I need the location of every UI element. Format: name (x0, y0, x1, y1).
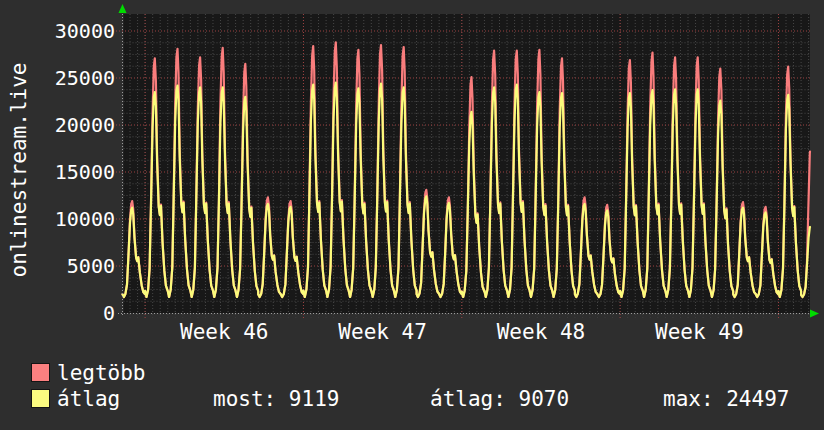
y-axis-arrow-icon (119, 4, 127, 13)
chart-vertical-title: onlinestream.live (7, 63, 31, 278)
legend-series-label: legtöbb (57, 362, 146, 384)
stat-max: max: 24497 (663, 388, 789, 410)
stat-atlag: átlag: 9070 (430, 388, 569, 410)
y-axis-tick-label: 5000 (35, 254, 115, 278)
y-axis-tick-label: 0 (35, 301, 115, 325)
rrd-graph: onlinestream.live 3000025000200001500010… (0, 0, 824, 430)
x-axis-week-label: Week 49 (629, 320, 769, 344)
legend-swatch-legtobb (31, 363, 50, 382)
x-axis-week-label: Week 47 (313, 320, 453, 344)
legend-series-label: átlag (57, 388, 120, 410)
y-axis-tick-label: 30000 (35, 19, 115, 43)
y-axis-tick-label: 25000 (35, 66, 115, 90)
legend-swatch-atlag (31, 389, 50, 408)
stat-most: most: 9119 (213, 388, 339, 410)
x-axis-arrow-icon (810, 310, 819, 318)
x-axis-week-label: Week 46 (154, 320, 294, 344)
y-axis-tick-label: 20000 (35, 113, 115, 137)
y-axis-tick-label: 10000 (35, 207, 115, 231)
x-axis-week-label: Week 48 (471, 320, 611, 344)
y-axis-tick-label: 15000 (35, 160, 115, 184)
